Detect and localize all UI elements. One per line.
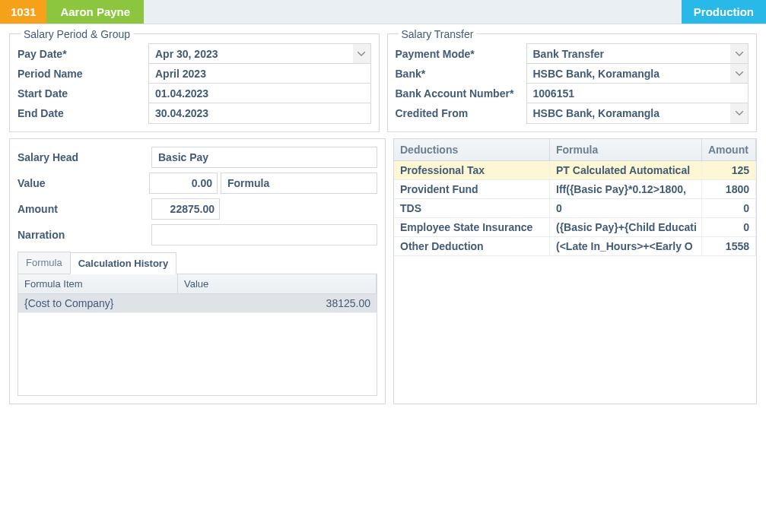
period-name-input[interactable] — [148, 63, 371, 84]
bank-label: Bank* — [396, 68, 526, 80]
salary-transfer-legend: Salary Transfer — [399, 28, 477, 40]
calc-history-col-item: Formula Item — [18, 274, 178, 293]
salary-detail-panel: Salary Head Value Amount Narration Formu… — [9, 138, 386, 404]
salary-period-legend: Salary Period & Group — [21, 28, 133, 40]
deductions-col-amount: Amount — [702, 139, 756, 160]
bank-select[interactable]: HSBC Bank, Koramangla — [526, 63, 731, 84]
salary-period-group-panel: Salary Period & Group Pay Date* Apr 30, … — [9, 33, 380, 132]
deductions-col-formula: Formula — [550, 139, 702, 160]
chevron-down-icon — [358, 52, 365, 56]
account-number-label: Bank Account Number* — [396, 87, 526, 100]
end-date-label: End Date — [17, 107, 148, 119]
payment-mode-select[interactable]: Bank Transfer — [526, 43, 731, 65]
deduction-name: TDS — [394, 199, 550, 217]
deduction-formula: PT Calculated Automatical — [550, 161, 702, 179]
pay-date-input[interactable]: Apr 30, 2023 — [148, 43, 353, 65]
salary-head-label: Salary Head — [17, 151, 148, 163]
payment-mode-dropdown-icon[interactable] — [730, 43, 749, 65]
calc-history-value: 38125.00 — [178, 294, 377, 312]
deduction-formula: Iff({Basic Pay}*0.12>1800, — [550, 180, 702, 198]
deductions-panel: Deductions Formula Amount Professional T… — [393, 138, 757, 404]
calc-history-row[interactable]: {Cost to Company} 38125.00 — [18, 294, 377, 313]
account-number-input[interactable] — [526, 83, 749, 104]
start-date-label: Start Date — [17, 87, 148, 100]
period-name-label: Period Name — [17, 68, 148, 80]
deduction-amount: 1558 — [702, 237, 756, 255]
value-input[interactable] — [149, 173, 218, 194]
deduction-name: Employee State Insurance — [394, 218, 550, 236]
deductions-row[interactable]: TDS 0 0 — [394, 199, 756, 218]
employee-id-badge: 1031 — [0, 0, 46, 24]
deduction-formula: (<Late In_Hours>+<Early O — [550, 237, 702, 255]
spacer — [144, 0, 682, 24]
salary-head-input[interactable] — [151, 147, 377, 168]
credited-from-dropdown-icon[interactable] — [730, 103, 749, 124]
deduction-amount: 125 — [702, 161, 756, 179]
deductions-row[interactable]: Professional Tax PT Calculated Automatic… — [394, 161, 756, 180]
deductions-table: Deductions Formula Amount Professional T… — [394, 139, 756, 404]
chevron-down-icon — [736, 111, 743, 116]
deductions-row[interactable]: Employee State Insurance ({Basic Pay}+{C… — [394, 218, 756, 237]
deductions-header: Deductions Formula Amount — [394, 139, 756, 161]
employee-name-badge: Aaron Payne — [46, 0, 144, 24]
end-date-input[interactable] — [148, 103, 371, 124]
deductions-row[interactable]: Provident Fund Iff({Basic Pay}*0.12>1800… — [394, 180, 756, 199]
deduction-formula: 0 — [550, 199, 702, 217]
deduction-amount: 1800 — [702, 180, 756, 198]
deduction-formula: ({Basic Pay}+{Child Educati — [550, 218, 702, 236]
deductions-row[interactable]: Other Deduction (<Late In_Hours>+<Early … — [394, 237, 756, 256]
chevron-down-icon — [736, 52, 743, 56]
amount-input[interactable] — [151, 198, 220, 220]
value-label: Value — [17, 177, 146, 189]
start-date-input[interactable] — [148, 83, 371, 104]
formula-type-input[interactable] — [221, 173, 377, 194]
deduction-amount: 0 — [702, 218, 756, 236]
amount-label: Amount — [17, 203, 148, 215]
narration-input[interactable] — [151, 224, 377, 245]
deduction-name: Provident Fund — [394, 180, 550, 198]
production-button[interactable]: Production — [682, 0, 766, 24]
deduction-name: Other Deduction — [394, 237, 550, 255]
detail-tabs: Formula Calculation History — [17, 252, 377, 274]
narration-label: Narration — [17, 229, 148, 241]
calc-history-col-value: Value — [178, 274, 377, 293]
chevron-down-icon — [736, 71, 743, 76]
calc-history-header: Formula Item Value — [18, 274, 377, 294]
salary-transfer-panel: Salary Transfer Payment Mode* Bank Trans… — [387, 33, 758, 132]
deduction-name: Professional Tax — [394, 161, 550, 179]
credited-from-select[interactable]: HSBC Bank, Koramangla — [526, 103, 731, 124]
calc-history-item: {Cost to Company} — [18, 294, 178, 312]
credited-from-label: Credited From — [396, 107, 526, 119]
header-bar: 1031 Aaron Payne Production — [0, 0, 766, 24]
deductions-col-name: Deductions — [394, 139, 550, 160]
bank-dropdown-icon[interactable] — [730, 63, 749, 84]
tab-calculation-history[interactable]: Calculation History — [70, 252, 176, 274]
deduction-amount: 0 — [702, 199, 756, 217]
payment-mode-label: Payment Mode* — [396, 48, 526, 60]
tab-formula[interactable]: Formula — [17, 252, 71, 274]
pay-date-label: Pay Date* — [17, 48, 148, 60]
pay-date-dropdown-icon[interactable] — [353, 43, 371, 65]
calculation-history-table: Formula Item Value {Cost to Company} 381… — [17, 274, 377, 396]
